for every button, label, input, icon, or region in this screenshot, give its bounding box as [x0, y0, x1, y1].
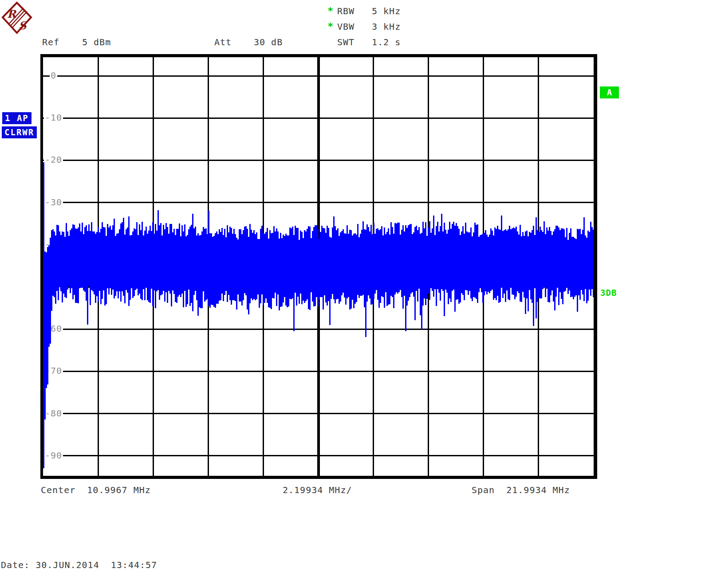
logo-letter-r: R	[7, 8, 17, 20]
frequency-per-div-label: 2.19934 MHz/	[283, 485, 352, 495]
logo-letter-s: S	[19, 19, 27, 32]
sweep-time-label: SWT	[337, 37, 354, 47]
spectrum-analyzer-screen: R S Ref 5 dBm Att 30 dB * RBW 5 kHz * VB…	[0, 0, 709, 588]
vbw-value: 3 kHz	[372, 22, 401, 31]
trace-mode-badge: CLRWR	[2, 126, 37, 138]
sweep-time-value: 1.2 s	[372, 37, 401, 47]
rbw-value: 5 kHz	[372, 6, 401, 16]
vbw-coupled-star-icon: *	[327, 22, 333, 31]
rbw-label: RBW	[337, 6, 354, 16]
trace-detector-badge: 1 AP	[2, 112, 32, 124]
bandwidth-3db-label: 3DB	[600, 288, 617, 298]
attenuation-label: Att	[214, 37, 232, 47]
screen-a-badge: A	[600, 86, 619, 98]
vbw-label: VBW	[337, 22, 354, 31]
center-frequency-label: Center 10.9967 MHz	[41, 485, 151, 495]
ref-level-label: Ref	[42, 37, 59, 47]
ref-level-value: 5 dBm	[82, 37, 111, 47]
attenuation-value: 30 dB	[254, 37, 283, 47]
noise-trace	[43, 57, 594, 476]
rbw-coupled-star-icon: *	[327, 6, 333, 16]
span-label: Span 21.9934 MHz	[472, 485, 570, 495]
trace-layer	[43, 57, 594, 476]
date-time-label: Date: 30.JUN.2014 13:44:57	[1, 560, 157, 570]
rohde-schwarz-logo: R S	[1, 1, 33, 35]
